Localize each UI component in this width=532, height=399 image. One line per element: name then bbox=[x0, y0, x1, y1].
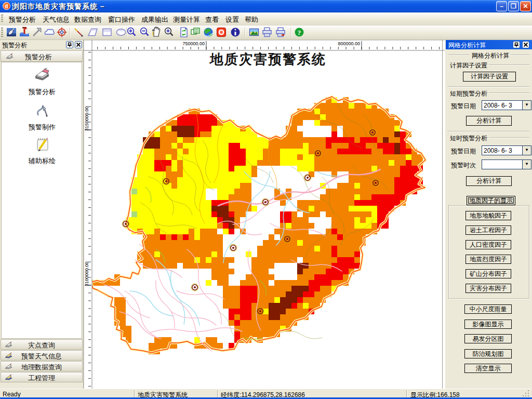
svg-text:800000.00: 800000.00 bbox=[338, 41, 360, 46]
svg-text:750000.00: 750000.00 bbox=[182, 41, 205, 46]
svg-text:3150000.00: 3150000.00 bbox=[84, 106, 89, 131]
svg-text:地质灾害预警系统: 地质灾害预警系统 bbox=[209, 52, 326, 67]
svg-text:3100000.00: 3100000.00 bbox=[84, 261, 89, 286]
svg-text:?: ? bbox=[298, 29, 301, 36]
